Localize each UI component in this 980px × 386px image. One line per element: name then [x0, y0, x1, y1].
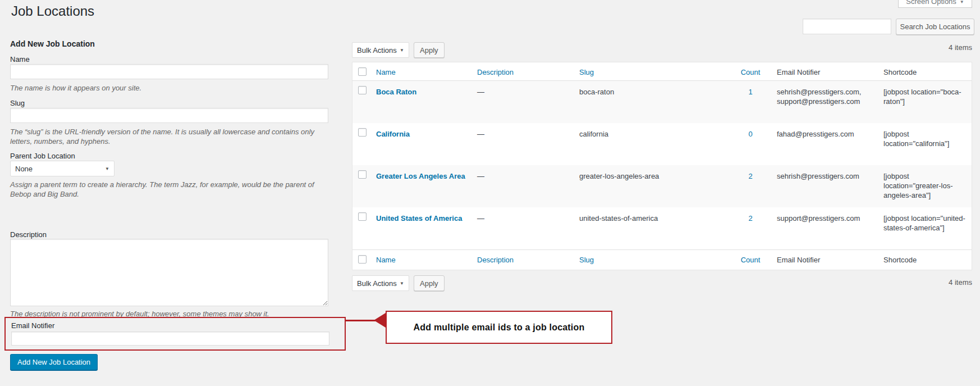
column-footer-name[interactable]: Name [376, 256, 396, 264]
row-checkbox[interactable] [358, 128, 367, 137]
name-label: Name [10, 55, 30, 63]
form-heading: Add New Job Location [10, 39, 95, 48]
term-slug: california [574, 123, 730, 165]
screen-options-tab[interactable]: Screen Options ▼ [898, 0, 972, 8]
description-field[interactable] [10, 239, 328, 306]
table-row: California — california 0 fahad@presstig… [352, 123, 972, 165]
row-checkbox[interactable] [358, 170, 367, 179]
chevron-down-icon: ▼ [400, 48, 404, 53]
select-all-checkbox[interactable] [358, 67, 367, 76]
email-notifier-label: Email Notifier [11, 321, 54, 330]
term-email-notifier: sehrish@presstigers.com, support@pressti… [771, 81, 878, 123]
term-email-notifier: support@presstigers.com [771, 207, 878, 249]
callout-arrow-left-icon [374, 313, 386, 328]
table-row: Boca Raton — boca-raton 1 sehrish@presst… [352, 81, 972, 123]
term-name-link[interactable]: Greater Los Angeles Area [376, 172, 465, 180]
slug-label: Slug [10, 99, 25, 107]
column-footer-count[interactable]: Count [741, 256, 761, 264]
term-count-link[interactable]: 2 [748, 214, 752, 222]
apply-button-bottom[interactable]: Apply [414, 275, 445, 291]
email-notifier-field[interactable] [11, 331, 329, 346]
term-email-notifier: fahad@presstigers.com [771, 123, 878, 165]
table-row: United States of America — united-states… [352, 207, 972, 249]
term-slug: greater-los-angeles-area [574, 165, 730, 207]
slug-field[interactable] [10, 108, 328, 123]
screen-options-label: Screen Options [906, 0, 956, 6]
term-description: — [471, 123, 574, 165]
job-locations-list-panel: Bulk Actions ▼ Apply 4 items Name Descri… [352, 35, 972, 299]
term-count-link[interactable]: 2 [748, 172, 752, 180]
search-input[interactable] [803, 19, 891, 34]
search-job-locations-button[interactable]: Search Job Locations [896, 19, 974, 35]
callout-connector-line [345, 320, 376, 321]
column-footer-email-notifier: Email Notifier [771, 250, 878, 270]
add-new-job-location-button[interactable]: Add New Job Location [10, 354, 98, 370]
annotation-text: Add multiple email ids to a job location [414, 323, 585, 333]
column-header-count[interactable]: Count [741, 68, 761, 76]
description-label: Description [10, 230, 47, 239]
row-checkbox[interactable] [358, 212, 367, 221]
term-count-link[interactable]: 0 [748, 130, 752, 138]
term-name-link[interactable]: United States of America [376, 214, 462, 222]
row-checkbox[interactable] [358, 86, 367, 94]
column-header-shortcode: Shortcode [878, 62, 972, 80]
column-header-description[interactable]: Description [477, 68, 514, 76]
slug-help-text: The “slug” is the URL-friendly version o… [10, 127, 328, 146]
term-description: — [471, 207, 574, 249]
term-shortcode: [jobpost location="california"] [878, 123, 972, 165]
term-count-link[interactable]: 1 [748, 88, 752, 96]
column-header-slug[interactable]: Slug [579, 68, 594, 76]
table-header-row: Name Description Slug Count Email Notifi… [352, 62, 972, 81]
select-all-checkbox-bottom[interactable] [358, 255, 367, 264]
term-slug: united-states-of-america [574, 207, 730, 249]
term-name-link[interactable]: Boca Raton [376, 88, 416, 96]
bulk-actions-select-bottom[interactable]: Bulk Actions ▼ [352, 275, 409, 291]
column-footer-shortcode: Shortcode [878, 250, 972, 270]
bulk-actions-label: Bulk Actions [357, 46, 397, 55]
term-name-link[interactable]: California [376, 130, 410, 138]
items-count-top: 4 items [949, 43, 972, 52]
bulk-actions-label: Bulk Actions [357, 279, 397, 288]
term-shortcode: [jobpost location="boca-raton"] [878, 81, 972, 123]
column-footer-slug[interactable]: Slug [579, 256, 594, 264]
column-header-email-notifier: Email Notifier [771, 62, 878, 80]
column-footer-description[interactable]: Description [477, 256, 514, 264]
parent-job-location-label: Parent Job Location [10, 152, 75, 160]
term-description: — [471, 81, 574, 123]
page-title: Job Locations [11, 3, 94, 19]
parent-help-text: Assign a parent term to create a hierarc… [10, 180, 328, 199]
items-count-bottom: 4 items [949, 278, 972, 287]
apply-button-top[interactable]: Apply [414, 42, 445, 58]
name-help-text: The name is how it appears on your site. [10, 83, 328, 93]
name-field[interactable] [10, 64, 328, 79]
chevron-down-icon: ▼ [105, 166, 109, 171]
term-email-notifier: sehrish@presstigers.com [771, 165, 878, 207]
bulk-actions-select-top[interactable]: Bulk Actions ▼ [352, 42, 409, 58]
term-shortcode: [jobpost location="united-states-of-amer… [878, 207, 972, 249]
term-description: — [471, 165, 574, 207]
email-notifier-highlight-box: Email Notifier [4, 317, 346, 351]
parent-selected-value: None [15, 165, 33, 173]
job-locations-page: Job Locations Screen Options ▼ Search Jo… [0, 0, 980, 386]
column-header-name[interactable]: Name [376, 68, 396, 76]
chevron-down-icon: ▼ [960, 0, 964, 6]
table-row: Greater Los Angeles Area — greater-los-a… [352, 165, 972, 207]
parent-job-location-select[interactable]: None ▼ [10, 161, 115, 176]
term-shortcode: [jobpost location="greater-los-angeles-a… [878, 165, 972, 207]
table-footer-row: Name Description Slug Count Email Notifi… [352, 249, 972, 270]
job-locations-table: Name Description Slug Count Email Notifi… [352, 62, 972, 270]
chevron-down-icon: ▼ [400, 281, 404, 286]
term-slug: boca-raton [574, 81, 730, 123]
annotation-callout: Add multiple email ids to a job location [386, 311, 612, 344]
